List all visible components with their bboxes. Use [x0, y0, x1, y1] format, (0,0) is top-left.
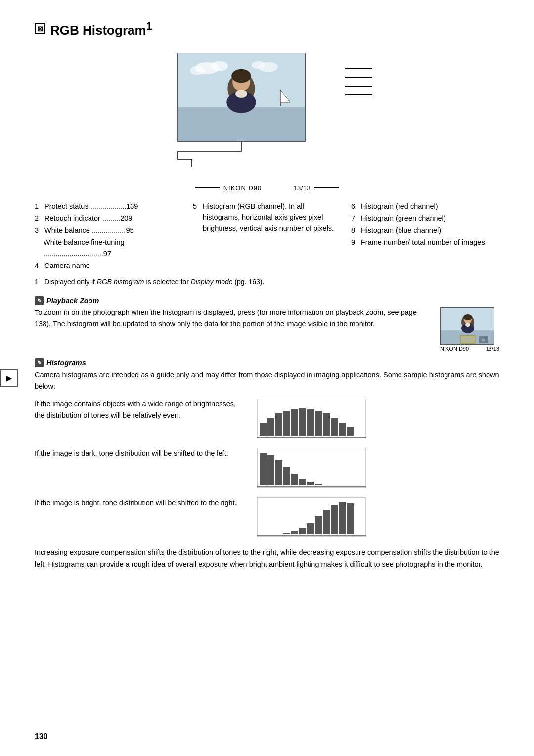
camera-label-row: NIKON D90 13/13: [35, 184, 499, 192]
num-8: 8: [351, 225, 359, 236]
callout-lines-svg: [177, 142, 325, 181]
bar-line-4: [345, 94, 372, 95]
svg-rect-30: [260, 423, 267, 436]
closing-text: Increasing exposure compensation shifts …: [35, 547, 499, 570]
svg-text:⊞: ⊞: [482, 338, 485, 342]
svg-rect-48: [291, 474, 298, 485]
bar-row-4: [345, 94, 372, 95]
svg-rect-67: [331, 505, 338, 534]
note-histograms-body: Camera histograms are intended as a guid…: [35, 369, 499, 392]
svg-point-6: [235, 90, 247, 98]
num-item-2: 2 Retouch indicator .........209: [35, 213, 183, 223]
num-text-8: Histogram (blue channel): [361, 225, 441, 236]
checkbox-icon: ⊠: [35, 23, 45, 34]
title-text: RGB Histogram1: [50, 20, 152, 38]
num-col-1: 1 Protect status ..................139 2…: [35, 201, 183, 272]
svg-rect-63: [299, 528, 306, 534]
svg-rect-49: [299, 479, 306, 485]
num-item-4: 4 Camera name: [35, 260, 183, 271]
svg-rect-33: [283, 411, 290, 436]
histogram-bar-lines: [345, 53, 372, 181]
camera-preview: [177, 53, 306, 142]
num-2: 2: [35, 213, 43, 223]
svg-rect-46: [275, 460, 282, 485]
hist-example-1: If the image contains objects with a wid…: [35, 399, 499, 438]
num-item-7: 7 Histogram (green channel): [351, 213, 499, 223]
svg-point-11: [190, 66, 205, 75]
svg-rect-47: [283, 467, 290, 485]
num-6: 6: [351, 201, 359, 212]
num-text-5: Histogram (RGB channel). In all histogra…: [203, 201, 341, 234]
num-item-6: 6 Histogram (red channel): [351, 201, 499, 212]
svg-rect-69: [347, 503, 354, 534]
bar-row-2: [345, 77, 372, 78]
frame-number-label: 13/13: [293, 184, 311, 192]
svg-rect-36: [307, 409, 314, 436]
bar-row-3: [345, 86, 372, 87]
sidebar-arrow[interactable]: ▶: [0, 369, 18, 387]
frame-label-right: 13/13: [293, 184, 339, 192]
num-sub-3: White balance fine-tuning ..............…: [44, 237, 183, 259]
note-icon-2: ✎: [35, 358, 44, 367]
hist-chart-even: [257, 399, 366, 438]
numbered-items-section: 1 Protect status ..................139 2…: [35, 201, 499, 272]
svg-rect-32: [275, 413, 282, 436]
bar-line-1: [345, 68, 372, 69]
num-col-3: 6 Histogram (red channel) 7 Histogram (g…: [351, 201, 499, 272]
svg-rect-45: [267, 455, 274, 485]
thumb-camera-label: NIKON D90: [440, 346, 469, 352]
hist-example-text-2: If the image is dark, tone distribution …: [35, 448, 242, 459]
num-9: 9: [351, 237, 359, 248]
svg-rect-62: [291, 531, 298, 534]
camera-name-label: NIKON D90: [223, 184, 262, 192]
line-left: [195, 187, 220, 188]
svg-point-23: [463, 314, 472, 320]
footnote-text: Displayed only if RGB histogram is selec…: [44, 277, 264, 287]
svg-rect-68: [339, 502, 346, 534]
line-right: [314, 187, 339, 188]
num-text-3: White balance .................95: [44, 225, 134, 236]
svg-point-13: [251, 61, 265, 69]
svg-rect-44: [260, 453, 267, 485]
num-text-9: Frame number/ total number of images: [361, 237, 485, 248]
num-text-1: Protect status ..................139: [44, 201, 138, 212]
num-1: 1: [35, 201, 43, 212]
bar-line-2: [345, 77, 372, 78]
bar-row-1: [345, 68, 372, 69]
playback-zoom-thumbnail: ⊞ NIKON D90 13/13: [440, 307, 499, 352]
thumb-frame-label: 13/13: [486, 346, 499, 352]
camera-label-left: NIKON D90: [195, 184, 264, 192]
hist-example-text-3: If the image is bright, tone distributio…: [35, 497, 242, 508]
num-7: 7: [351, 213, 359, 223]
note-playback-zoom-title: ✎ Playback Zoom: [35, 296, 499, 305]
histogram-examples: If the image contains objects with a wid…: [35, 399, 499, 537]
note-histograms-label: Histograms: [46, 359, 86, 367]
svg-rect-66: [323, 510, 330, 534]
top-diagram: [35, 53, 499, 181]
num-text-6: Histogram (red channel): [361, 201, 438, 212]
hist-chart-left: [257, 448, 366, 488]
play-icon: ▶: [6, 373, 12, 383]
thumb-label-row: NIKON D90 13/13: [440, 346, 499, 352]
svg-rect-64: [307, 523, 314, 534]
num-col-2: 5 Histogram (RGB channel). In all histog…: [193, 201, 341, 272]
num-text-7: Histogram (green channel): [361, 213, 446, 223]
svg-rect-65: [315, 516, 322, 534]
num-text-4: Camera name: [44, 260, 90, 271]
svg-rect-38: [323, 413, 330, 436]
page-title: ⊠ RGB Histogram1: [35, 20, 499, 38]
svg-rect-39: [331, 418, 338, 436]
camera-diagram-left: [162, 53, 325, 181]
svg-rect-50: [307, 482, 314, 485]
num-item-9: 9 Frame number/ total number of images: [351, 237, 499, 248]
svg-rect-26: [460, 335, 475, 343]
bar-line-3: [345, 86, 372, 87]
note-playback-zoom-label: Playback Zoom: [46, 297, 99, 305]
svg-rect-37: [315, 411, 322, 436]
svg-rect-40: [339, 423, 346, 436]
num-4: 4: [35, 260, 43, 271]
note-playback-zoom: ✎ Playback Zoom To zoom in on the photog…: [35, 296, 499, 352]
thumb-preview: ⊞: [440, 307, 494, 345]
hist-example-2: If the image is dark, tone distribution …: [35, 448, 499, 488]
num-5: 5: [193, 201, 201, 212]
